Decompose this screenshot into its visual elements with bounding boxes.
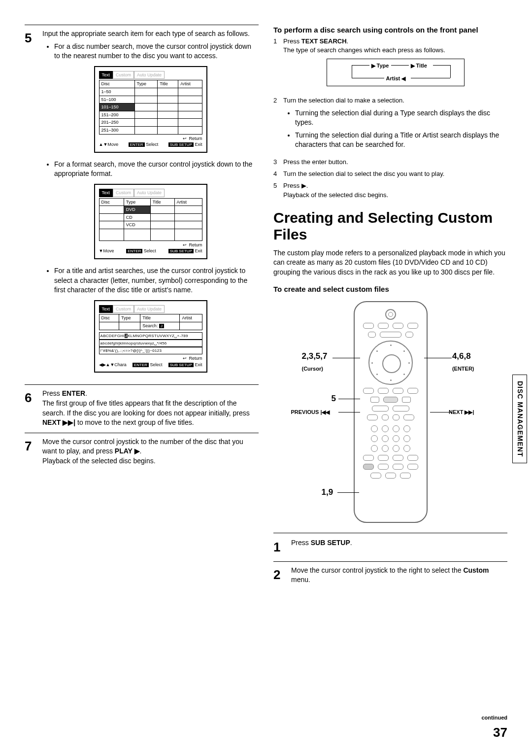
osd-hdr-artist: Artist <box>178 80 202 88</box>
custom-files-heading: Creating and Selecting Custom Files <box>273 209 507 243</box>
osd-disc-number: Text Custom Auto Update Disc Type Title … <box>94 66 207 153</box>
step-number-7: 7 <box>25 437 42 455</box>
osd-tab-auto: Auto Update <box>134 189 165 197</box>
fp-step5-body: Playback of the selected disc begins. <box>283 191 507 200</box>
osd-row-selected: DVD <box>124 206 150 214</box>
step5-bullet1: For a disc number search, move the curso… <box>54 42 259 61</box>
custom-step-2: Move the cursor control joystick to the … <box>291 566 507 585</box>
osd-hdr-type: Type <box>119 314 140 322</box>
osd-tab-text: Text <box>99 189 113 197</box>
osd-hdr-type: Type <box>134 80 158 88</box>
osd-hdr-artist: Artist <box>180 314 202 322</box>
osd-tab-auto: Auto Update <box>134 71 165 79</box>
step6-body: The first group of five titles appears t… <box>42 399 259 428</box>
char-row-upper: ABCDEFGHIJKLMNOPQRSTUVWXYZ␣+-789 <box>99 332 202 340</box>
fp-step2-b1: Turning the selection dial during a Type… <box>295 108 507 128</box>
label-1-9: 1,9 <box>322 486 333 498</box>
osd-chara: Chara <box>114 362 127 367</box>
osd-exit: Exit <box>195 362 202 367</box>
osd-return: Return <box>189 355 202 362</box>
fp-step5: Press ▶. <box>283 181 507 190</box>
label-enter: 4,6,8 <box>452 351 471 361</box>
label-cursor: 2,3,5,7 <box>302 351 328 361</box>
osd-row: 51–100 <box>99 96 134 103</box>
step7-sub: Playback of the selected disc begins. <box>42 456 259 466</box>
page-number: 37 <box>493 723 507 741</box>
osd-row: 1–50 <box>99 88 134 96</box>
return-icon: ↩ <box>183 136 187 142</box>
flow-diagram: ▶ Type ▶ Title Artist ◀ <box>327 59 465 86</box>
fp-step3: Press the enter button. <box>283 158 507 167</box>
osd-tab-custom: Custom <box>113 71 134 79</box>
osd-search-label: Search: <box>142 323 158 328</box>
label-next: NEXT ▶▶| <box>449 409 474 416</box>
char-row-lower: abcdefghijklmnopqrstuvwxyz␣*/456 <box>99 340 202 347</box>
osd-subsetup: SUB SETUP <box>168 363 194 367</box>
fp-step2: Turn the selection dial to make a select… <box>283 96 507 105</box>
osd-row: 151–200 <box>99 111 134 119</box>
custom-step-1: Press SUB SETUP. <box>291 538 507 548</box>
osd-hdr-title: Title <box>150 198 174 206</box>
osd-hdr-disc: Disc <box>99 314 119 322</box>
side-tab: DISC MANAGEMENT <box>512 375 527 463</box>
custom-step-1-num: 1 <box>273 538 291 556</box>
fp-step4: Turn the selection dial to select the di… <box>283 170 507 178</box>
remote-diagram: 2,3,5,7 (Cursor) 4,6,8 (ENTER) 5 PREVIOU… <box>312 301 469 523</box>
osd-row: 251–300 <box>99 126 134 134</box>
front-panel-heading: To perform a disc search using controls … <box>273 25 507 35</box>
osd-exit: Exit <box>195 142 202 147</box>
label-cursor-sub: (Cursor) <box>302 366 323 372</box>
osd-subsetup: SUB SETUP <box>168 249 194 253</box>
custom-subheading: To create and select custom files <box>273 284 507 294</box>
char-row-sym: !"#$%&'(),.:;<=>?@[\]^_'{|}~0123 <box>99 347 202 354</box>
osd-tab-text: Text <box>99 71 113 79</box>
fp-step1-body: The type of search changes which each pr… <box>283 46 507 55</box>
step6-line1: Press ENTER. <box>42 389 259 399</box>
step-number-6: 6 <box>25 389 42 407</box>
step-number-5: 5 <box>25 29 42 47</box>
osd-enter: ENTER <box>129 142 145 147</box>
osd-enter: ENTER <box>133 363 149 367</box>
step7-line: Move the cursor control joystick to the … <box>42 437 259 456</box>
continued-label: continued <box>481 714 507 722</box>
osd-return: Return <box>189 242 202 248</box>
step5-bullet2: For a format search, move the cursor con… <box>54 160 259 179</box>
label-previous: PREVIOUS |◀◀ <box>291 409 330 416</box>
osd-hdr-artist: Artist <box>174 198 202 206</box>
osd-tab-custom: Custom <box>113 305 134 313</box>
osd-row-selected: 101–150 <box>99 103 134 111</box>
step5-bullet3: For a title and artist searches, use the… <box>54 266 259 295</box>
osd-search-val: J <box>159 324 164 328</box>
osd-hdr-title: Title <box>140 314 180 322</box>
label-5: 5 <box>332 393 336 405</box>
osd-tab-text: Text <box>99 305 113 313</box>
osd-tab-auto: Auto Update <box>134 305 165 313</box>
osd-format: Text Custom Auto Update Disc Type Title … <box>94 184 207 259</box>
osd-tab-custom: Custom <box>113 189 134 197</box>
step5-intro: Input the appropriate search item for ea… <box>42 29 259 39</box>
fp-step1: Press TEXT SEARCH. <box>283 37 507 46</box>
osd-row: 201–250 <box>99 119 134 127</box>
return-icon: ↩ <box>183 355 187 362</box>
osd-exit: Exit <box>195 248 202 253</box>
osd-subsetup: SUB SETUP <box>168 142 194 147</box>
osd-enter: ENTER <box>126 249 142 253</box>
osd-hdr-disc: Disc <box>99 198 124 206</box>
osd-select: Select <box>150 362 163 367</box>
osd-hdr-title: Title <box>158 80 178 88</box>
osd-row: CD <box>124 213 150 221</box>
custom-step-2-num: 2 <box>273 566 291 584</box>
osd-select: Select <box>146 142 158 147</box>
osd-move: Move <box>107 142 118 147</box>
fp-step2-b2: Turning the selection dial during a Titl… <box>295 131 507 150</box>
osd-return: Return <box>189 136 202 142</box>
osd-char-search: Text Custom Auto Update Disc Type Title … <box>94 300 207 373</box>
osd-row: VCD <box>124 221 150 229</box>
label-enter-sub: (ENTER) <box>452 366 474 372</box>
osd-select: Select <box>144 248 156 253</box>
return-icon: ↩ <box>183 242 187 248</box>
osd-move: Move <box>103 248 114 253</box>
osd-hdr-disc: Disc <box>99 80 134 88</box>
custom-files-para: The custom play mode refers to a persona… <box>273 248 507 277</box>
osd-hdr-type: Type <box>124 198 150 206</box>
